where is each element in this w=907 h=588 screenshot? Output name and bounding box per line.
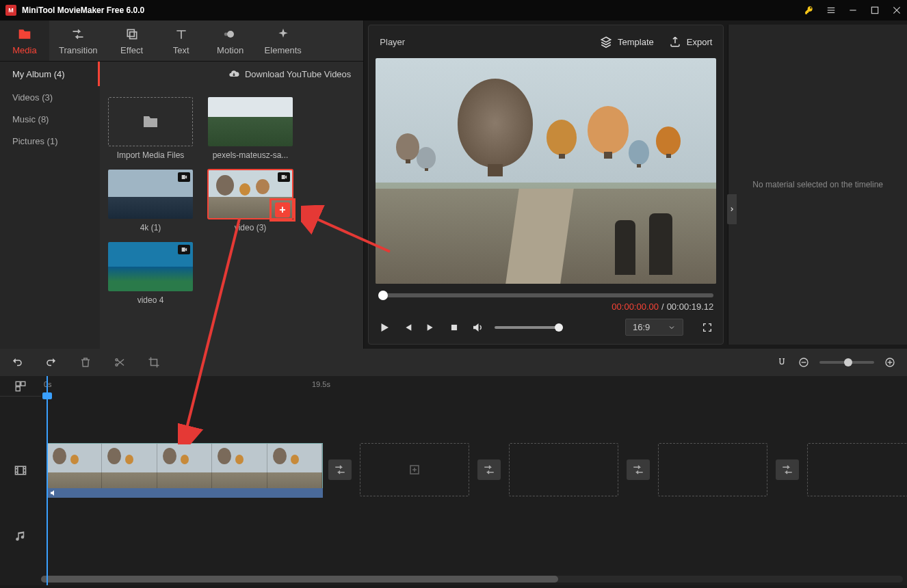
undo-button[interactable]: [11, 356, 23, 369]
empty-clip-slot[interactable]: [509, 443, 618, 496]
download-youtube-link[interactable]: Download YouTube Videos: [100, 62, 363, 86]
transition-slot[interactable]: [627, 459, 650, 480]
inspector-panel: No material selected on the timeline: [728, 25, 907, 345]
close-button[interactable]: [892, 5, 902, 15]
video-track[interactable]: [41, 438, 907, 503]
video-badge-icon: [178, 245, 190, 254]
export-icon: [669, 36, 681, 48]
svg-point-13: [116, 364, 118, 366]
timeline-ruler[interactable]: 0s 19.5s: [41, 376, 907, 397]
music-track[interactable]: [41, 503, 907, 569]
video-track-icon: [0, 438, 41, 503]
media-item-selected[interactable]: + video (3): [208, 170, 293, 232]
template-button[interactable]: Template: [600, 36, 654, 48]
folder-icon: [142, 113, 159, 130]
tab-motion[interactable]: Motion: [206, 21, 255, 61]
stop-button[interactable]: [448, 321, 460, 334]
video-badge-icon: [278, 172, 290, 182]
maximize-button[interactable]: [870, 5, 880, 15]
empty-clip-slot[interactable]: [807, 443, 907, 496]
motion-icon: [224, 27, 237, 41]
zoom-out-button[interactable]: [798, 356, 810, 369]
video-badge-icon: [178, 172, 190, 182]
volume-icon[interactable]: [471, 321, 484, 334]
button-label: Template: [618, 37, 654, 47]
app-logo-icon: M: [5, 5, 16, 16]
import-media-button[interactable]: Import Media Files: [108, 97, 193, 160]
crop-button[interactable]: [148, 356, 160, 369]
ruler-tick: 19.5s: [312, 380, 330, 388]
export-button[interactable]: Export: [669, 36, 713, 48]
aspect-label: 16:9: [633, 322, 650, 332]
album-side-list: Videos (3) Music (8) Pictures (1): [0, 86, 100, 349]
time-current: 00:00:00.00: [612, 302, 659, 312]
tab-label: Text: [173, 45, 189, 55]
tab-label: Motion: [217, 45, 244, 55]
svg-rect-8: [129, 32, 136, 39]
split-button[interactable]: [114, 356, 126, 369]
media-label: video 4: [137, 295, 164, 305]
svg-rect-21: [16, 386, 20, 390]
empty-clip-slot[interactable]: [360, 443, 469, 496]
tab-label: Media: [12, 45, 36, 55]
tab-text[interactable]: Text: [157, 21, 206, 61]
minimize-button[interactable]: [848, 5, 858, 15]
zoom-in-button[interactable]: [884, 356, 896, 369]
sparkle-icon: [276, 27, 290, 41]
media-grid: Import Media Files pexels-mateusz-sa... …: [100, 86, 363, 349]
menu-icon[interactable]: [826, 5, 836, 15]
key-icon[interactable]: [804, 5, 814, 15]
player-panel: Player Template Export: [368, 25, 724, 345]
delete-button[interactable]: [79, 356, 92, 369]
media-item[interactable]: pexels-mateusz-sa...: [208, 97, 293, 160]
title-bar: M MiniTool MovieMaker Free 6.0.0: [0, 0, 907, 21]
app-title: MiniTool MovieMaker Free 6.0.0: [22, 5, 144, 15]
transition-slot[interactable]: [776, 459, 799, 480]
tab-label: Effect: [120, 45, 143, 55]
video-preview[interactable]: [376, 58, 716, 284]
svg-rect-19: [16, 382, 20, 386]
text-icon: [174, 27, 188, 41]
tab-elements[interactable]: Elements: [255, 21, 311, 61]
sidebar-item-my-album[interactable]: My Album (4): [0, 62, 100, 86]
empty-clip-slot[interactable]: [658, 443, 767, 496]
zoom-slider[interactable]: [819, 361, 874, 364]
add-to-timeline-button[interactable]: +: [270, 198, 295, 222]
media-panel: Media Transition Effect Text Motion Elem…: [0, 21, 364, 349]
play-button[interactable]: [378, 321, 391, 334]
timeline-layers-button[interactable]: [0, 376, 41, 397]
snap-button[interactable]: [776, 356, 788, 369]
timeline: 0s 19.5s: [0, 376, 907, 585]
timeline-scrollbar[interactable]: [41, 576, 903, 583]
aspect-ratio-select[interactable]: 16:9: [625, 319, 683, 336]
transition-icon: [71, 27, 85, 41]
sidebar-item-music[interactable]: Music (8): [0, 108, 100, 130]
volume-slider[interactable]: [495, 326, 563, 329]
collapse-inspector-button[interactable]: [727, 194, 737, 224]
tab-effect[interactable]: Effect: [107, 21, 157, 61]
sidebar-item-pictures[interactable]: Pictures (1): [0, 130, 100, 152]
redo-button[interactable]: [45, 356, 57, 369]
transition-slot[interactable]: [477, 459, 501, 480]
media-item[interactable]: video 4: [108, 242, 193, 305]
template-icon: [600, 36, 612, 48]
music-track-icon: [0, 503, 41, 569]
svg-rect-20: [21, 382, 25, 386]
progress-slider[interactable]: [378, 293, 713, 297]
tab-transition[interactable]: Transition: [49, 21, 107, 61]
transition-slot[interactable]: [328, 459, 352, 480]
playhead[interactable]: [47, 376, 48, 585]
media-item[interactable]: 4k (1): [108, 170, 193, 232]
tab-label: Transition: [59, 45, 98, 55]
folder-icon: [18, 27, 31, 41]
svg-point-9: [227, 31, 234, 38]
svg-rect-4: [871, 7, 878, 13]
timeline-toolbar: [0, 349, 907, 376]
prev-frame-button[interactable]: [402, 321, 414, 334]
next-frame-button[interactable]: [425, 321, 437, 334]
tab-media[interactable]: Media: [0, 21, 49, 61]
sidebar-item-videos[interactable]: Videos (3): [0, 86, 100, 108]
button-label: Export: [687, 37, 713, 47]
media-label: pexels-mateusz-sa...: [213, 150, 289, 160]
fullscreen-button[interactable]: [701, 321, 713, 334]
